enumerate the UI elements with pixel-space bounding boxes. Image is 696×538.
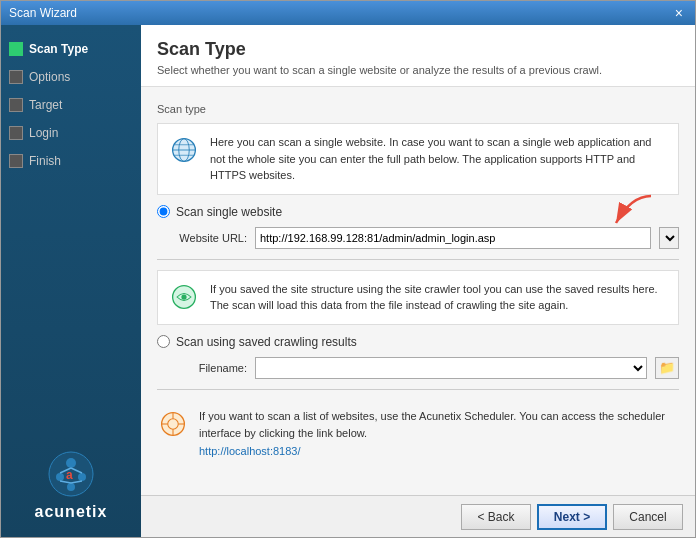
filename-dropdown[interactable]	[255, 357, 647, 379]
content-area: Scan Type Options Target Login Finish	[1, 25, 695, 537]
url-dropdown[interactable]	[659, 227, 679, 249]
svg-point-1	[66, 458, 76, 468]
step-box-target	[9, 98, 23, 112]
step-box-scan-type	[9, 42, 23, 56]
logo-text: acunetix	[35, 503, 108, 521]
radio-scan-single-row: Scan single website	[157, 205, 679, 219]
title-bar: Scan Wizard ×	[1, 1, 695, 25]
svg-point-17	[181, 294, 186, 299]
radio-scan-single[interactable]	[157, 205, 170, 218]
footer: < Back Next > Cancel	[141, 495, 695, 537]
url-input[interactable]	[255, 227, 651, 249]
step-box-login	[9, 126, 23, 140]
globe-svg-icon	[170, 136, 198, 164]
scheduler-link[interactable]: http://localhost:8183/	[199, 445, 301, 457]
option2-text: If you saved the site structure using th…	[210, 281, 668, 314]
window-title: Scan Wizard	[9, 6, 77, 20]
next-button[interactable]: Next >	[537, 504, 607, 530]
radio-scan-single-label[interactable]: Scan single website	[176, 205, 282, 219]
svg-text:a: a	[66, 468, 73, 482]
folder-icon: 📁	[659, 360, 675, 375]
scan-wizard-window: Scan Wizard × Scan Type Options Target L…	[0, 0, 696, 538]
scheduler-svg-icon	[159, 410, 187, 438]
filename-label: Filename:	[177, 362, 247, 374]
acunetix-logo-icon: a	[46, 449, 96, 499]
main-header: Scan Type Select whether you want to sca…	[141, 25, 695, 87]
globe-icon	[168, 134, 200, 166]
scheduler-icon	[157, 408, 189, 440]
sidebar-item-options[interactable]: Options	[1, 63, 141, 91]
main-content: Scan Type Select whether you want to sca…	[141, 25, 695, 537]
divider2	[157, 389, 679, 390]
svg-point-2	[56, 473, 64, 481]
back-button[interactable]: < Back	[461, 504, 531, 530]
page-title: Scan Type	[157, 39, 679, 60]
step-box-finish	[9, 154, 23, 168]
sidebar-label-login: Login	[29, 126, 58, 140]
browse-button[interactable]: 📁	[655, 357, 679, 379]
option1-text: Here you can scan a single website. In c…	[210, 134, 668, 184]
svg-point-4	[67, 483, 75, 491]
sidebar-label-options: Options	[29, 70, 70, 84]
sidebar-item-target[interactable]: Target	[1, 91, 141, 119]
sidebar-item-finish[interactable]: Finish	[1, 147, 141, 175]
sidebar-item-login[interactable]: Login	[1, 119, 141, 147]
radio-saved-crawl[interactable]	[157, 335, 170, 348]
main-body: Scan type Here you can scan a single web…	[141, 87, 695, 495]
cancel-button[interactable]: Cancel	[613, 504, 683, 530]
url-wrapper	[255, 227, 651, 249]
scheduler-row: If you want to scan a list of websites, …	[157, 400, 679, 469]
url-field-row: Website URL:	[157, 227, 679, 249]
scheduler-text: If you want to scan a list of websites, …	[199, 408, 679, 461]
option2-box: If you saved the site structure using th…	[157, 270, 679, 325]
radio-saved-crawl-row: Scan using saved crawling results	[157, 335, 679, 349]
divider1	[157, 259, 679, 260]
sidebar-logo: a acunetix	[1, 433, 141, 537]
close-button[interactable]: ×	[671, 6, 687, 20]
crawler-svg-icon	[170, 283, 198, 311]
sidebar-item-scan-type[interactable]: Scan Type	[1, 35, 141, 63]
filename-field-row: Filename: 📁	[157, 357, 679, 379]
scheduler-description: If you want to scan a list of websites, …	[199, 410, 665, 440]
url-label: Website URL:	[177, 232, 247, 244]
radio-saved-crawl-label[interactable]: Scan using saved crawling results	[176, 335, 357, 349]
sidebar-label-scan-type: Scan Type	[29, 42, 88, 56]
sidebar: Scan Type Options Target Login Finish	[1, 25, 141, 537]
sidebar-label-target: Target	[29, 98, 62, 112]
page-subtitle: Select whether you want to scan a single…	[157, 64, 679, 76]
option1-box: Here you can scan a single website. In c…	[157, 123, 679, 195]
scan-type-section-label: Scan type	[157, 103, 679, 115]
svg-point-3	[78, 473, 86, 481]
sidebar-label-finish: Finish	[29, 154, 61, 168]
crawler-icon	[168, 281, 200, 313]
step-box-options	[9, 70, 23, 84]
